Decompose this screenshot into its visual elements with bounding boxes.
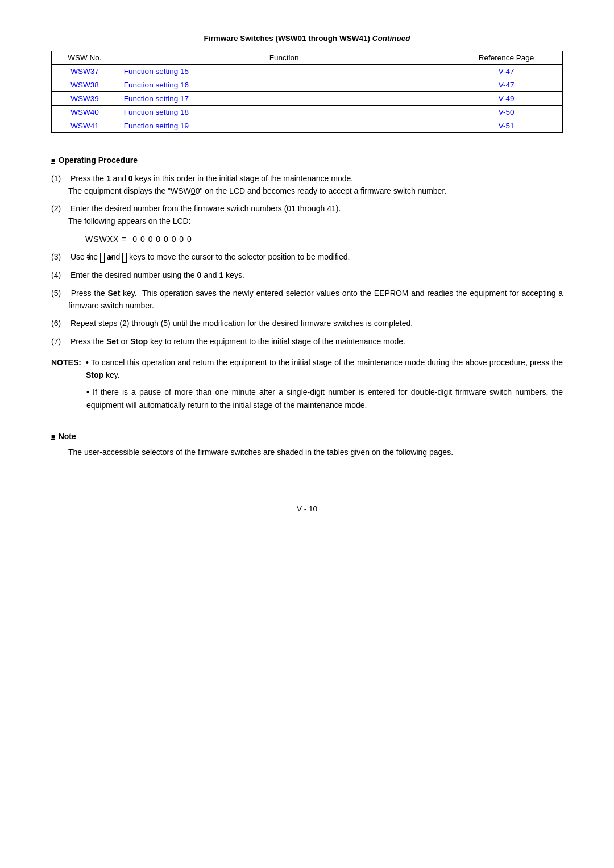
notes-row-1: NOTES: • To cancel this operation and re…	[51, 356, 563, 382]
step-3: (3) Use the ◄ and ► keys to move the cur…	[51, 251, 563, 264]
step-2: (2) Enter the desired number from the fi…	[51, 203, 563, 245]
ref-page-cell: V-51	[450, 119, 563, 133]
steps-list: (1) Press the 1 and 0 keys in this order…	[51, 173, 563, 348]
function-cell: Function setting 18	[118, 106, 450, 119]
wsw-no-cell: WSW37	[52, 65, 118, 78]
operating-procedure-heading: Operating Procedure	[51, 156, 563, 165]
note-heading: Note	[51, 432, 563, 441]
note-body: The user-accessible selectors of the fir…	[68, 446, 563, 459]
formula-display: WSWXX = 0 0 0 0 0 0 0 0	[102, 233, 563, 246]
step-1: (1) Press the 1 and 0 keys in this order…	[51, 173, 563, 197]
wsw-no-cell: WSW41	[52, 119, 118, 133]
col-header-ref: Reference Page	[450, 51, 563, 65]
function-cell: Function setting 16	[118, 78, 450, 92]
ref-page-cell: V-47	[450, 65, 563, 78]
step-4: (4) Enter the desired number using the 0…	[51, 269, 563, 282]
table-row: WSW40Function setting 18V-50	[52, 106, 563, 119]
ref-page-cell: V-49	[450, 92, 563, 106]
note-section: Note The user-accessible selectors of th…	[51, 432, 563, 459]
wsw-no-cell: WSW39	[52, 92, 118, 106]
step-7: (7) Press the Set or Stop key to return …	[51, 336, 563, 348]
col-header-wsw: WSW No.	[52, 51, 118, 65]
left-arrow-icon: ◄	[100, 253, 105, 263]
right-arrow-icon: ►	[122, 253, 127, 263]
wsw-no-cell: WSW40	[52, 106, 118, 119]
table-row: WSW41Function setting 19V-51	[52, 119, 563, 133]
function-cell: Function setting 15	[118, 65, 450, 78]
wsw-no-cell: WSW38	[52, 78, 118, 92]
page-title: Firmware Switches (WSW01 through WSW41) …	[51, 34, 563, 43]
table-row: WSW38Function setting 16V-47	[52, 78, 563, 92]
col-header-function: Function	[118, 51, 450, 65]
step-1-indent: The equipment displays the "WSW00" on th…	[85, 185, 563, 198]
ref-page-cell: V-50	[450, 106, 563, 119]
step-5: (5) Press the Set key. This operation sa…	[51, 287, 563, 312]
notes-block: NOTES: • To cancel this operation and re…	[51, 356, 563, 412]
firmware-table: WSW No. Function Reference Page WSW37Fun…	[51, 51, 563, 133]
table-row: WSW37Function setting 15V-47	[52, 65, 563, 78]
page-number: V - 10	[51, 504, 563, 513]
function-cell: Function setting 17	[118, 92, 450, 106]
table-row: WSW39Function setting 17V-49	[52, 92, 563, 106]
step-6: (6) Repeat steps (2) through (5) until t…	[51, 318, 563, 330]
notes-label: NOTES:	[51, 356, 81, 369]
function-cell: Function setting 19	[118, 119, 450, 133]
step-2-indent: The following appears on the LCD: WSWXX …	[85, 215, 563, 245]
ref-page-cell: V-47	[450, 78, 563, 92]
notes-row-2: • If there is a pause of more than one m…	[86, 386, 563, 411]
operating-procedure-section: Operating Procedure (1) Press the 1 and …	[51, 156, 563, 411]
